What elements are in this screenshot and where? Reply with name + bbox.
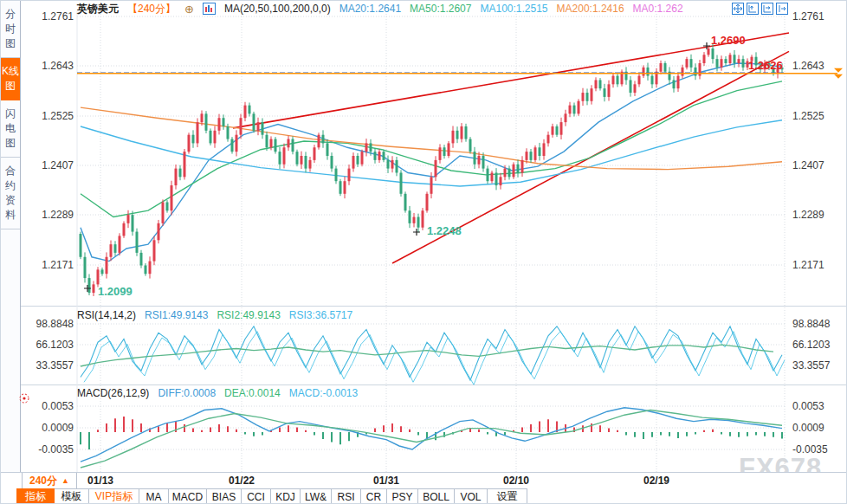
toolbar-tab-PSY[interactable]: PSY	[387, 488, 418, 504]
chart-type-sidebar: 分时图K线图闪电图合约资料	[1, 1, 21, 504]
annotation-low-mid-price: 1.2248	[427, 224, 462, 237]
macd-value-label: DIFF:0.0008	[158, 387, 216, 399]
macd-axis-label: -0.0035	[792, 443, 837, 456]
chart-tool-icons	[732, 3, 788, 15]
rsi-title: RSI(14,14,2)	[77, 309, 136, 321]
price-axis-label: 1.2643	[34, 60, 74, 72]
chart-header: 英镑美元 【240分】 ⊕ MA(20,50,100,200,0,0) MA20…	[77, 2, 683, 16]
toolbar-tab-CCI[interactable]: CCI	[242, 488, 271, 504]
toolbar-tab-MACD[interactable]: MACD	[169, 488, 207, 504]
period-selector-label: 240分	[29, 474, 57, 488]
date-label: 02/19	[643, 475, 669, 487]
macd-axis-label: 0.0053	[34, 400, 74, 412]
annotation-low-left-price: 1.2099	[98, 285, 133, 298]
macd-value-label: DEA:0.0014	[224, 387, 281, 399]
toolbar-tab-LW&[interactable]: LW&	[301, 488, 332, 504]
toolbar-tab-BIAS[interactable]: BIAS	[207, 488, 242, 504]
annotation-support-price: 1.2626	[748, 59, 783, 72]
price-axis-label: 1.2761	[34, 10, 74, 23]
annotation-high-price: 1.2690	[711, 34, 746, 47]
macd-value-label: MACD:-0.0013	[289, 387, 358, 399]
price-axis-label: 1.2643	[792, 60, 837, 72]
price-axis-label: 1.2525	[792, 110, 837, 122]
rsi-axis-label: 33.3557	[34, 359, 74, 372]
ma-formula: MA(20,50,100,200,0,0)	[224, 3, 331, 15]
rsi-values: RSI1:49.9143RSI2:49.9143RSI3:36.5717	[145, 309, 352, 321]
zoom-in-axis-icon[interactable]	[747, 3, 759, 15]
sidebar-item-闪电图[interactable]: 闪电图	[1, 100, 20, 158]
price-axis-label: 1.2171	[792, 259, 837, 271]
period-label: 【240分】	[127, 2, 176, 16]
ma-value-label: MA0:1.262	[633, 3, 683, 15]
period-selector-button[interactable]: 240分 ▲	[22, 473, 77, 489]
rsi-value-label: RSI1:49.9143	[145, 309, 208, 321]
rsi-axis-label: 98.8848	[34, 318, 74, 330]
toolbar-tab-KDJ[interactable]: KDJ	[271, 488, 301, 504]
page-forward-icon[interactable]	[776, 3, 788, 15]
toolbar-tab-设置[interactable]: 设置	[488, 488, 527, 504]
date-label: 01/13	[87, 475, 113, 487]
add-overlay-icon[interactable]: ⊕	[184, 3, 194, 16]
drawing-anchor-icon[interactable]	[18, 392, 30, 408]
macd-axis-label: 0.0053	[792, 400, 837, 412]
price-axis-label: 1.2525	[34, 110, 74, 122]
rsi-axis-label: 33.3557	[792, 359, 837, 372]
rsi-value-label: RSI2:49.9143	[217, 309, 280, 321]
ma-value-label: MA50:1.2607	[410, 3, 471, 15]
toolbar-tab-BOLL[interactable]: BOLL	[418, 488, 455, 504]
symbol-name: 英镑美元	[77, 2, 119, 16]
toolbar-tab-CR[interactable]: CR	[361, 488, 387, 504]
period-arrow-icon: ▲	[61, 476, 69, 485]
ma-values: MA20:1.2641MA50:1.2607MA100:1.2515MA200:…	[339, 3, 683, 15]
macd-values: DIFF:0.0008DEA:0.0014MACD:-0.0013	[158, 387, 358, 399]
toolbar-tab-RSI[interactable]: RSI	[332, 488, 361, 504]
sidebar-item-K线图[interactable]: K线图	[1, 58, 20, 100]
macd-header: MACD(26,12,9) DIFF:0.0008DEA:0.0014MACD:…	[77, 387, 358, 399]
date-label: 02/10	[503, 475, 529, 487]
chart-canvas[interactable]	[1, 1, 847, 504]
price-axis-label: 1.2407	[792, 159, 837, 171]
rsi-axis-label: 66.1203	[34, 339, 74, 351]
toolbar-tab-模板[interactable]: 模板	[55, 488, 89, 504]
ma-value-label: MA20:1.2641	[339, 3, 401, 15]
date-label: 01/31	[373, 475, 399, 487]
trading-app-window: FX678 分时图K线图闪电图合约资料 英镑美元 【240分】 ⊕ MA(20,…	[0, 0, 847, 504]
indicator-toolbar: 指标模板VIP指标MAMACDBIASCCIKDJLW&RSICRPSYBOLL…	[1, 488, 847, 504]
rsi-value-label: RSI3:36.5717	[289, 309, 352, 321]
sidebar-item-分时图[interactable]: 分时图	[1, 1, 20, 58]
macd-axis-label: 0.0009	[34, 422, 74, 434]
toolbar-tab-VIP指标[interactable]: VIP指标	[89, 488, 139, 504]
sidebar-item-合约资料[interactable]: 合约资料	[1, 158, 20, 229]
price-axis-label: 1.2761	[792, 10, 837, 23]
toolbar-tab-VOL[interactable]: VOL	[455, 488, 488, 504]
date-label: 01/22	[229, 475, 255, 487]
zoom-out-axis-icon[interactable]	[761, 3, 773, 15]
toolbar-tab-指标[interactable]: 指标	[16, 488, 55, 504]
ma-value-label: MA200:1.2416	[557, 3, 624, 15]
rsi-header: RSI(14,14,2) RSI1:49.9143RSI2:49.9143RSI…	[77, 309, 352, 321]
time-axis: 240分 ▲ 01/1301/2201/3102/1002/19	[1, 472, 847, 489]
price-axis-label: 1.2289	[34, 209, 74, 221]
price-axis-label: 1.2289	[792, 209, 837, 221]
rsi-axis-label: 66.1203	[792, 339, 837, 351]
candlestick-chart-icon	[203, 3, 216, 15]
rsi-axis-label: 98.8848	[792, 318, 837, 330]
price-axis-label: 1.2171	[34, 259, 74, 271]
price-axis-label: 1.2407	[34, 159, 74, 171]
macd-axis-label: 0.0009	[792, 422, 837, 434]
move-tool-icon[interactable]	[732, 3, 744, 15]
toolbar-tab-MA[interactable]: MA	[139, 488, 169, 504]
macd-axis-label: -0.0035	[34, 443, 74, 456]
ma-value-label: MA100:1.2515	[480, 3, 547, 15]
macd-title: MACD(26,12,9)	[77, 387, 149, 399]
